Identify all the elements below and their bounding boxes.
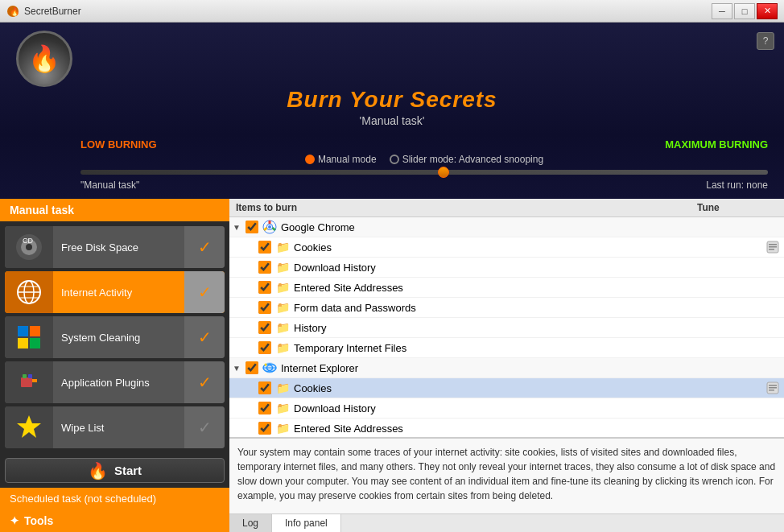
- burning-slider-thumb[interactable]: [438, 167, 449, 178]
- burning-bar: LOW BURNING MAXIMUM BURNING Manual mode …: [0, 135, 784, 199]
- app-title: SecretBurner: [24, 6, 712, 17]
- sidebar-item-system-cleaning[interactable]: System Cleaning ✓: [5, 316, 225, 358]
- svg-rect-17: [28, 374, 32, 378]
- start-flame-icon: 🔥: [88, 461, 108, 480]
- header-subtitle: 'Manual task': [16, 114, 768, 127]
- max-burning-label: MAXIMUM BURNING: [665, 138, 768, 151]
- ie-download-label: Download History: [294, 402, 781, 414]
- help-button[interactable]: ?: [757, 32, 774, 50]
- tree-container[interactable]: ▼ Google Chrome: [229, 217, 784, 437]
- tree-row-chrome-forms[interactable]: 📁 Form data and Passwords: [229, 298, 784, 318]
- tree-row-ie[interactable]: ▼ Internet Explorer: [229, 358, 784, 378]
- folder-icon-ie-download: 📁: [274, 400, 291, 416]
- svg-point-32: [265, 364, 267, 366]
- svg-text:🔥: 🔥: [10, 6, 19, 17]
- app-icon: 🔥: [6, 5, 19, 18]
- folder-icon-chrome-download: 📁: [274, 259, 291, 275]
- chrome-forms-checkbox[interactable]: [258, 301, 271, 314]
- chrome-temp-checkbox[interactable]: [258, 341, 271, 354]
- sidebar-item-wipe-list[interactable]: Wipe List ✓: [5, 406, 225, 448]
- low-burning-label: LOW BURNING: [80, 138, 157, 151]
- app-header: 🔥 Burn Your Secrets 'Manual task' ?: [0, 23, 784, 135]
- start-button-label: Start: [114, 464, 142, 477]
- chrome-icon: [262, 219, 278, 235]
- svg-text:CD: CD: [23, 237, 33, 245]
- sidebar-item-label-free-disk-space: Free Disk Space: [53, 241, 184, 254]
- start-button[interactable]: 🔥 Start: [5, 458, 225, 483]
- tree-row-chrome-history[interactable]: 📁 History: [229, 318, 784, 338]
- ie-cookies-checkbox[interactable]: [258, 381, 271, 394]
- sidebar-item-label-wipe-list: Wipe List: [53, 422, 184, 434]
- ie-checkbox[interactable]: [246, 361, 258, 374]
- tree-row-chrome-cookies[interactable]: 📁 Cookies: [229, 237, 784, 258]
- chrome-history-label: History: [294, 322, 781, 334]
- svg-rect-27: [769, 249, 774, 250]
- ie-download-checkbox[interactable]: [258, 402, 271, 414]
- minimize-button[interactable]: ─: [712, 3, 732, 19]
- maximize-button[interactable]: □: [734, 3, 755, 19]
- sidebar-item-internet-activity[interactable]: Internet Activity ✓: [5, 271, 225, 313]
- tree-row-chrome[interactable]: ▼ Google Chrome: [229, 217, 784, 237]
- sidebar-item-icon-internet-activity: [5, 271, 53, 313]
- close-button[interactable]: ✕: [757, 3, 778, 19]
- task-label: "Manual task": [80, 179, 139, 191]
- manual-mode-radio[interactable]: [305, 155, 315, 164]
- chrome-download-checkbox[interactable]: [258, 261, 271, 274]
- sidebar-item-application-plugins[interactable]: Application Plugins ✓: [5, 361, 225, 403]
- tree-row-chrome-sites[interactable]: 📁 Entered Site Addresses: [229, 278, 784, 298]
- svg-rect-14: [30, 338, 40, 348]
- burning-options: Manual mode Slider mode: Advanced snoopi…: [80, 154, 768, 165]
- folder-icon-ie-sites: 📁: [274, 420, 291, 436]
- flame-logo: 🔥: [16, 31, 72, 87]
- tree-row-ie-download[interactable]: 📁 Download History: [229, 398, 784, 419]
- right-panel: Items to burn Tune ▼: [229, 199, 784, 532]
- sidebar-checkmark-internet-activity: ✓: [184, 271, 225, 313]
- chrome-history-checkbox[interactable]: [258, 321, 271, 334]
- tree-row-chrome-download[interactable]: 📁 Download History: [229, 258, 784, 278]
- last-run: Last run: none: [706, 179, 768, 191]
- manual-mode-option[interactable]: Manual mode: [305, 154, 377, 165]
- svg-rect-25: [769, 244, 777, 245]
- main-content: Manual task CD Free Disk Space ✓: [0, 199, 784, 532]
- slider-mode-radio[interactable]: [390, 155, 399, 164]
- ie-cookies-label: Cookies: [294, 382, 765, 394]
- chrome-sites-checkbox[interactable]: [258, 281, 271, 294]
- header-title: Burn Your Secrets: [16, 87, 768, 113]
- svg-rect-13: [18, 338, 28, 348]
- folder-icon-ie-cookies: 📁: [274, 380, 291, 396]
- svg-rect-18: [32, 379, 37, 382]
- tab-info-panel[interactable]: Info panel: [272, 514, 341, 532]
- chrome-forms-label: Form data and Passwords: [294, 302, 781, 314]
- svg-rect-11: [18, 326, 28, 336]
- chrome-checkbox[interactable]: [246, 221, 258, 233]
- ie-expand-icon[interactable]: ▼: [233, 364, 246, 373]
- sidebar: Manual task CD Free Disk Space ✓: [0, 199, 229, 532]
- svg-point-4: [26, 244, 32, 250]
- folder-icon-chrome-forms: 📁: [274, 299, 291, 315]
- folder-icon-chrome-sites: 📁: [274, 279, 291, 295]
- info-panel-text: Your system may contain some traces of y…: [237, 447, 775, 501]
- tree-row-ie-cookies[interactable]: 📁 Cookies: [229, 378, 784, 398]
- tree-row-ie-sites[interactable]: 📁 Entered Site Addresses: [229, 419, 784, 437]
- sidebar-checkmark-free-disk-space: ✓: [184, 226, 225, 268]
- ie-sites-checkbox[interactable]: [258, 422, 271, 435]
- tune-icon-chrome-cookies[interactable]: [765, 239, 781, 255]
- window-controls: ─ □ ✕: [712, 3, 778, 19]
- sidebar-item-icon-free-disk-space: CD: [5, 226, 53, 268]
- burning-slider-track[interactable]: [80, 170, 768, 175]
- sidebar-item-label-internet-activity: Internet Activity: [53, 287, 184, 299]
- slider-mode-option[interactable]: Slider mode: Advanced snooping: [390, 154, 543, 165]
- tab-log[interactable]: Log: [229, 514, 272, 532]
- tune-icon-ie-cookies[interactable]: [765, 380, 781, 396]
- svg-point-23: [268, 225, 271, 229]
- sidebar-item-free-disk-space[interactable]: CD Free Disk Space ✓: [5, 226, 225, 268]
- svg-marker-19: [17, 415, 41, 438]
- chrome-cookies-checkbox[interactable]: [258, 241, 271, 254]
- sidebar-item-label-application-plugins: Application Plugins: [53, 377, 184, 389]
- svg-rect-34: [769, 385, 777, 386]
- svg-rect-16: [23, 374, 27, 378]
- sidebar-item-icon-wipe-list: [5, 406, 53, 448]
- tree-row-chrome-temp[interactable]: 📁 Temporary Internet Files: [229, 338, 784, 358]
- chrome-expand-icon[interactable]: ▼: [233, 223, 246, 232]
- svg-rect-12: [30, 326, 40, 336]
